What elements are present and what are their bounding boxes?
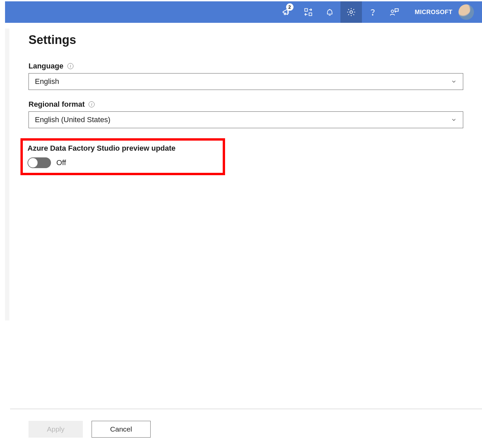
person-feedback-icon [389, 7, 399, 17]
settings-button[interactable] [340, 1, 362, 23]
user-avatar[interactable] [459, 4, 474, 20]
chevron-down-icon [451, 79, 457, 85]
question-icon [368, 7, 377, 17]
footer-divider [10, 409, 482, 409]
preview-update-state: Off [56, 158, 66, 167]
page-title: Settings [29, 33, 469, 47]
top-toolbar: 2 [5, 1, 482, 23]
svg-point-4 [391, 10, 394, 13]
svg-rect-0 [305, 9, 307, 11]
apply-button: Apply [29, 421, 83, 438]
svg-rect-1 [309, 13, 312, 15]
settings-panel: Settings Language i English Regional for… [29, 33, 469, 448]
preview-update-toggle-row: Off [28, 157, 218, 168]
toggle-knob [28, 158, 38, 167]
switch-directory-button[interactable] [298, 1, 319, 23]
announcements-badge: 2 [286, 3, 293, 11]
preview-update-highlight: Azure Data Factory Studio preview update… [20, 138, 225, 175]
chevron-down-icon [451, 117, 457, 123]
info-icon[interactable]: i [67, 63, 73, 69]
cancel-button[interactable]: Cancel [92, 421, 151, 438]
bell-icon [325, 7, 334, 17]
preview-update-toggle[interactable] [28, 157, 51, 168]
language-value: English [35, 77, 59, 86]
switch-directory-icon [304, 7, 313, 17]
preview-update-label: Azure Data Factory Studio preview update [28, 144, 218, 153]
help-button[interactable] [362, 1, 383, 23]
language-field: Language i English [29, 62, 469, 90]
left-rail-edge [5, 29, 9, 320]
svg-point-3 [372, 14, 373, 15]
toolbar-right-group: MICROSOFT [415, 4, 474, 20]
feedback-button[interactable] [383, 1, 405, 23]
regional-format-field: Regional format i English (United States… [29, 100, 469, 128]
tenant-label: MICROSOFT [415, 9, 453, 16]
info-icon[interactable]: i [89, 101, 95, 107]
language-select[interactable]: English [29, 73, 463, 90]
gear-icon [346, 7, 356, 17]
toolbar-icon-group: 2 [276, 1, 405, 23]
notifications-button[interactable] [319, 1, 340, 23]
svg-point-2 [350, 11, 353, 13]
regional-format-label: Regional format [29, 100, 85, 109]
regional-format-value: English (United States) [35, 115, 110, 124]
announcements-button[interactable]: 2 [276, 1, 298, 23]
language-label: Language [29, 62, 63, 70]
regional-format-select[interactable]: English (United States) [29, 111, 463, 128]
footer-actions: Apply Cancel [29, 421, 151, 438]
